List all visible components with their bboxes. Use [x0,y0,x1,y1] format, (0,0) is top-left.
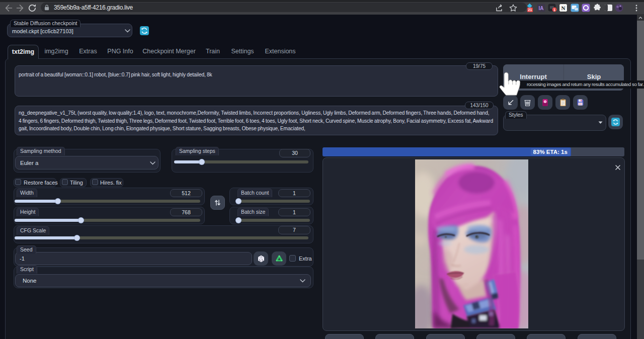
slider-handle[interactable] [55,199,60,204]
send-to-inpaint-button[interactable] [527,334,566,339]
checkpoint-value: model.ckpt [cc6cb27103] [12,28,73,34]
slider-handle[interactable] [236,199,241,204]
refresh-icon [611,118,620,126]
batch-size-input[interactable]: 1 [278,208,310,216]
caret-down-icon [598,121,603,124]
tab-extensions[interactable]: Extensions [265,48,295,55]
send-to-img2img-button[interactable] [476,334,515,339]
prompt-textarea[interactable]: portrait of a beautiful [woman::0.1] rob… [15,65,498,97]
script-dropdown[interactable]: None [15,274,311,287]
paste-params-button[interactable] [503,95,518,110]
progress-text: 83% ETA: 1s [531,148,570,155]
generated-image[interactable] [415,159,528,328]
prompt-token-counter: 19/75 [466,62,493,70]
extension-icon-dark-badge[interactable]: 1 [548,4,556,12]
open-folder-button[interactable] [325,334,364,339]
script-value: None [23,278,37,284]
seed-value: -1 [20,256,25,262]
puzzle-icon[interactable] [593,4,602,12]
slider-handle[interactable] [78,218,84,223]
tab-img2img[interactable]: img2img [44,48,68,55]
slider-handle[interactable] [236,218,241,223]
extension-icon-diamond[interactable]: 21 [525,4,534,12]
sidebar-icon[interactable] [604,4,613,12]
extension-icon-office[interactable] [582,4,590,12]
extension-icon-notion[interactable]: N [559,4,568,12]
tab-train[interactable]: Train [206,48,220,55]
extension-icon-screenshot[interactable] [571,4,579,12]
close-icon[interactable] [614,164,621,171]
extra-seed-checkbox[interactable] [289,255,296,262]
width-input[interactable]: 512 [170,189,202,197]
slider-handle[interactable] [74,235,79,240]
seed-label: Seed [17,245,36,254]
sampler-dropdown[interactable]: Euler a [15,156,158,170]
trash-icon [524,99,531,107]
extra-seed-label: Extra [299,256,312,262]
batch-count-slider[interactable] [236,200,310,203]
scrollbar-up-arrow[interactable] [637,14,644,21]
slider-handle[interactable] [199,159,204,164]
back-icon[interactable] [4,4,13,13]
recycle-icon [275,255,283,263]
menu-dots-icon[interactable] [632,4,641,13]
height-input[interactable]: 768 [170,208,202,216]
checkpoint-label: Stable Diffusion checkpoint [10,20,80,27]
progress-bar: 83% ETA: 1s [323,147,624,156]
steps-label: Sampling steps [176,147,219,155]
reuse-seed-button[interactable] [272,251,286,266]
reload-icon[interactable] [28,4,37,13]
swap-dimensions-button[interactable] [210,196,225,210]
share-icon[interactable] [495,4,504,13]
tab-png-info[interactable]: PNG Info [107,48,133,55]
arrow-down-left-icon [507,99,515,107]
forward-icon[interactable] [16,4,25,13]
width-slider[interactable] [15,200,200,203]
svg-text:1: 1 [553,8,555,12]
negative-prompt-textarea[interactable]: ng_deepnegative_v1_75t, (worst quality, … [15,106,498,135]
height-label: Height [17,208,39,216]
batch-size-slider[interactable] [236,219,310,222]
scrollbar-thumb[interactable] [637,21,644,260]
clipboard-icon [559,99,567,107]
extension-icon-ia[interactable]: IA [537,4,545,12]
dice-icon [258,255,265,263]
tab-settings[interactable]: Settings [231,48,254,55]
zip-button[interactable] [426,334,465,339]
lock-icon [44,5,49,11]
tiling-checkbox[interactable] [62,179,68,185]
tab-txt2img[interactable]: txt2img [8,45,39,59]
address-bar[interactable]: 359e5b9a-a5ff-4216.gradio.live [41,3,527,12]
sampler-label: Sampling method [17,147,65,155]
random-seed-button[interactable] [254,251,268,266]
hires-fix-checkbox[interactable] [92,179,98,185]
clear-prompt-button[interactable] [520,95,535,110]
save-button[interactable] [375,334,414,339]
svg-text:21: 21 [528,8,532,12]
cfg-block [14,225,313,243]
checkpoint-refresh-button[interactable] [140,26,149,35]
tab-extras[interactable]: Extras [79,48,97,55]
negative-token-counter: 143/150 [465,102,494,109]
extra-networks-button[interactable] [538,95,552,110]
restore-faces-checkbox[interactable] [15,179,21,185]
styles-refresh-button[interactable] [608,115,623,129]
save-style-button[interactable] [573,95,588,110]
steps-input[interactable]: 30 [279,149,310,157]
tab-checkpoint-merger[interactable]: Checkpoint Merger [142,48,196,55]
batch-count-input[interactable]: 1 [278,189,310,197]
height-slider[interactable] [15,219,200,222]
cfg-input[interactable]: 7 [278,226,310,234]
steps-slider[interactable] [174,160,308,163]
sampler-value: Euler a [20,160,38,166]
tiling-label: Tiling [70,180,83,186]
refresh-icon [140,26,149,35]
cfg-slider[interactable] [15,236,308,239]
seed-input[interactable]: -1 [15,252,252,265]
avatar[interactable] [615,4,623,12]
slider-fill [15,236,77,239]
send-to-extras-button[interactable] [578,334,616,339]
apply-style-button[interactable] [555,95,570,110]
star-icon[interactable] [509,4,518,13]
chevron-down-icon [150,161,155,165]
